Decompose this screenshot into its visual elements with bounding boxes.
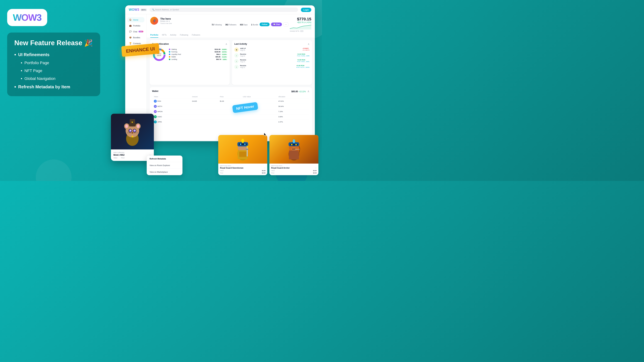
- activity-item-4: ↓ Receive Aug 21 +0.68 RON From: 0x17a..…: [234, 65, 310, 69]
- profile-stats: 72 Following 382 Followers 833 Days 1 Bu…: [212, 24, 258, 26]
- receive-icon-1: ↓: [234, 53, 239, 57]
- search-bar[interactable]: 🔍 Search Address, or Symbol: [150, 7, 298, 12]
- activity-toggle[interactable]: ∧: [308, 42, 310, 45]
- lending-dot: [169, 59, 170, 60]
- follow-button[interactable]: Follow: [260, 22, 270, 26]
- login-button[interactable]: Login: [301, 8, 311, 12]
- bundle-stat: 1 Bundle: [251, 24, 258, 26]
- nft-hover-badge: NFT Hover: [232, 102, 258, 113]
- usdc-badge: U: [154, 115, 157, 118]
- sidebar-item-chat[interactable]: 💬 Chat Soon: [127, 29, 144, 34]
- contests-icon: 🏆: [129, 42, 132, 44]
- archer-collection: Wild Forest Skins: [271, 165, 317, 167]
- col-usd: USD Value: [242, 95, 276, 98]
- days-stat: 833 Days: [240, 24, 248, 26]
- nft-image: ★ ♦: [111, 114, 154, 149]
- deco-circle-bl: [36, 159, 72, 181]
- context-view-marketplace[interactable]: View on Marketplace: [147, 169, 182, 175]
- swordsman-info: Wild Forest Skins Royal Guard Swordsman …: [218, 164, 267, 175]
- tab-portfolio[interactable]: Portfolio: [150, 34, 158, 38]
- profile-tabs: Portfolio NFTs Activity Following Follow…: [150, 34, 311, 38]
- svg-rect-55: [289, 150, 299, 159]
- tab-following[interactable]: Following: [180, 34, 188, 38]
- activity-header: Last Activity ∧: [234, 42, 310, 45]
- swordsman-name-row: Royal Guard Swordsman ···: [220, 167, 266, 169]
- svg-rect-40: [239, 152, 246, 157]
- followers-stat: 382 Followers: [225, 24, 236, 26]
- sidebar-item-home[interactable]: 🏠 Home: [127, 17, 144, 22]
- allocation-header: Asset Allocation ∧: [152, 42, 227, 45]
- activity-amount-4: +0.68 RON From: 0x17a...3b063: [296, 65, 310, 68]
- nft-name: Moki #962: [114, 154, 124, 156]
- archer-name-row: Royal Guard Archer ···: [271, 167, 317, 169]
- left-panel: WOW3 New Feature Release 🎉 UI Refinement…: [7, 9, 100, 96]
- token-weth: WWETH: [152, 104, 190, 109]
- moki-character-svg: ★ ♦: [122, 117, 143, 146]
- archer-info: Wild Forest Skins Royal Guard Archer ···…: [270, 164, 318, 175]
- feature-item-refresh: Refresh Metadata by Item: [14, 84, 93, 90]
- svg-point-17: [130, 130, 131, 131]
- swordsman-floor-row: Floor $3.65: [220, 172, 266, 174]
- svg-point-19: [132, 132, 133, 134]
- swordsman-more[interactable]: ···: [264, 167, 266, 169]
- context-view-ronin[interactable]: View on Ronin Explorer: [147, 162, 182, 169]
- include-nfts-toggle[interactable]: Include NFTs: [290, 30, 311, 32]
- activity-item-3: ↓ Receive Aug 21 +0.89 RON From: 0xf22..…: [234, 59, 310, 63]
- receive-icon-3: ↓: [234, 65, 239, 69]
- nft-values: Value Floor: [114, 157, 151, 159]
- portfolio-amount: $770.15: [290, 17, 311, 21]
- sidebar-portfolio-label: Portfolio: [133, 25, 140, 27]
- tab-followers[interactable]: Followers: [192, 34, 200, 38]
- svg-point-50: [292, 148, 294, 150]
- activity-list: ⊕ Add LP Aug 21 -3 PHPC -0.2 WETH: [234, 47, 310, 69]
- col-token: Token: [152, 95, 190, 98]
- activity-title: Last Activity: [234, 43, 247, 45]
- logo-box: WOW3: [7, 9, 47, 26]
- sidebar-item-portfolio[interactable]: 💼 Portfolio: [127, 23, 144, 28]
- tab-activity[interactable]: Activity: [170, 34, 176, 38]
- archer-floor: $3.65: [313, 172, 317, 174]
- activity-item: ⊕ Add LP Aug 21 -3 PHPC -0.2 WETH: [234, 47, 310, 52]
- svg-point-18: [134, 130, 136, 131]
- context-refresh-metadata[interactable]: Refresh Metadata: [147, 156, 182, 162]
- nft-collection: Moki Collection: [114, 152, 151, 153]
- activity-amount-2: +0.53 RON From: 0x30a...86ff0: [297, 53, 310, 57]
- svg-rect-42: [246, 149, 248, 150]
- portfolio-value-display: $770.15 +$10.76 (+1.41%) Include NFTs: [290, 17, 311, 32]
- svg-point-27: [137, 124, 140, 128]
- sidebar-item-bundles[interactable]: 📦 Bundles: [127, 35, 144, 40]
- activity-receive-2: Receive Aug 21: [240, 59, 296, 62]
- allocation-content: Staking $310.36 Staking $310.36 40.29%: [152, 47, 227, 62]
- archer-values: Value $3.65: [271, 170, 317, 171]
- swordsman-value: $3.65: [262, 170, 266, 171]
- legend-lending: Lending $50.74 6.59%: [169, 58, 227, 60]
- swordsman-floor: $3.65: [262, 172, 266, 174]
- aprs-badge: A: [154, 120, 157, 123]
- legend-farming: Farming $228.99 29.73%: [169, 51, 227, 53]
- svg-rect-41: [247, 147, 248, 156]
- mini-chart: [290, 24, 311, 29]
- allocation-toggle[interactable]: ∧: [226, 42, 227, 45]
- bundle-count: 1: [251, 24, 252, 26]
- activity-receive-3: Receive Aug 21: [240, 65, 295, 68]
- wron-badge: W: [154, 110, 157, 113]
- receive-icon-2: ↓: [234, 59, 239, 63]
- chat-button[interactable]: 💬 Chat: [271, 22, 282, 26]
- svg-text:$310.36: $310.36: [157, 55, 161, 56]
- activity-item-2: ↓ Receive Aug 21 +0.53 RON From: 0x30a..…: [234, 53, 310, 57]
- archer-more[interactable]: ···: [315, 167, 317, 169]
- col-price: Price: [218, 95, 241, 98]
- days-count: 833: [240, 24, 243, 26]
- beta-badge: BETA: [140, 8, 147, 11]
- dashboard-logo: WOW3: [129, 8, 139, 12]
- more-button[interactable]: ···: [283, 22, 288, 27]
- profile-info: The hero thetan.ron ▾ Trust in me One: [160, 17, 172, 24]
- sidebar-contests-label: Contests: [133, 42, 141, 44]
- sidebar-chat-label: Chat: [133, 30, 137, 33]
- wallet-toggle[interactable]: ∧: [307, 90, 310, 93]
- svg-point-53: [291, 144, 292, 145]
- profile-trust: Trust in me One: [160, 22, 172, 24]
- profile-left: 🦸 The hero thetan.ron ▾ Trust in me One: [150, 17, 172, 25]
- nft-card-float: ★ ♦ Moki Collection Moki #962 ··· Value …: [111, 114, 154, 161]
- tab-nfts[interactable]: NFTs: [162, 34, 166, 38]
